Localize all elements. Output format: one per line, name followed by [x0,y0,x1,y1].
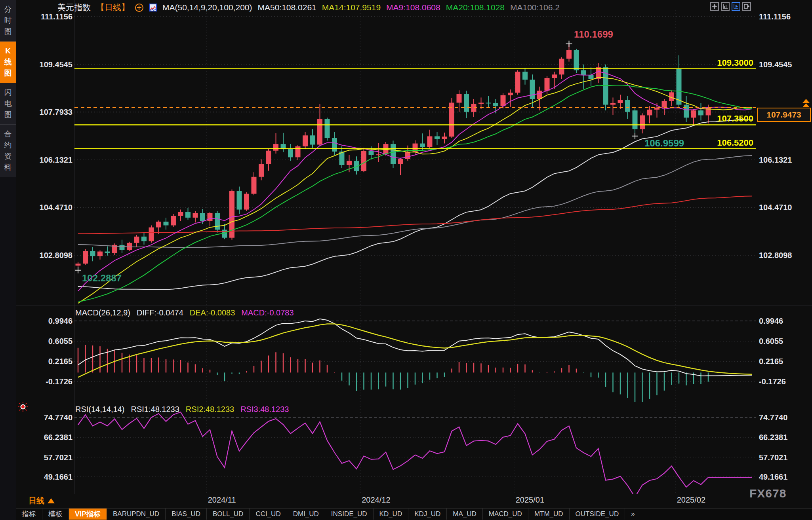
watermark: FX678 [749,487,786,500]
tab-macd-ud[interactable]: MACD_UD [483,509,528,520]
rsi3-value: RSI3:48.1233 [240,405,289,414]
level-line-label: 109.3000 [717,58,753,68]
tab-barupdn-ud[interactable]: BARUPDN_UD [107,509,166,520]
macd-header: MACD(26,12,9) DIFF:-0.0474 DEA:-0.0083 M… [75,308,294,317]
tab-cci-ud[interactable]: CCI_UD [250,509,287,520]
rsi1-value: RSI1:48.1233 [131,405,179,414]
candles-layer [76,44,711,270]
alert-beacon-icon[interactable] [17,401,29,412]
xaxis-label: 2025/01 [516,495,544,505]
price-up-arrow-icon [802,99,810,103]
price-pane [76,44,753,304]
marker-cross-icon [75,267,81,273]
xaxis-label: 2025/02 [677,495,705,505]
chart-app: 分时图 K线图 闪电图 合约资料 美元指数 【日线】 MA(50,14,9,20… [0,0,812,520]
price-up-arrow-icon [802,103,810,107]
tab-boll-ud[interactable]: BOLL_UD [207,509,250,520]
macd-diff-value: DIFF:-0.0474 [137,308,183,317]
xaxis-label: 2024/12 [362,495,390,505]
tab-dmi-ud[interactable]: DMI_UD [287,509,325,520]
level-line-label: 107.3500 [717,114,753,123]
tab-kd-ud[interactable]: KD_UD [374,509,409,520]
level-line-label: 106.5200 [717,138,753,148]
macd-title: MACD(26,12,9) [75,308,130,317]
rsi-pane [78,412,752,494]
low-annotation: 106.9599 [644,138,684,148]
indicator-tabbar: 指标 模板 VIP指标 BARUPDN_UD BIAS_UD BOLL_UD C… [16,508,812,520]
tab-more[interactable]: » [625,509,641,520]
tab-kdj-ud[interactable]: KDJ_UD [408,509,447,520]
xaxis-row: 2024/112024/122025/012025/02 [16,494,812,509]
high-annotation: 110.1699 [574,29,613,40]
rsi-header: RSI(14,14,14) RSI1:48.1233 RSI2:48.1233 … [75,405,289,414]
tab-outside-ud[interactable]: OUTSIDE_UD [570,509,625,520]
macd-macd-value: MACD:-0.0783 [241,308,294,317]
last-price-tag: 107.9473 [757,108,811,122]
xaxis-label: 2024/11 [208,495,236,505]
low-annotation: 102.2887 [82,273,122,283]
tab-mtm-ud[interactable]: MTM_UD [528,509,570,520]
rsi-title: RSI(14,14,14) [75,405,125,414]
tab-bias-ud[interactable]: BIAS_UD [166,509,207,520]
tab-indicators[interactable]: 指标 [16,509,42,520]
tab-templates[interactable]: 模板 [42,509,69,520]
marker-cross-icon [566,41,572,47]
marker-cross-icon [632,133,638,139]
tab-ma-ud[interactable]: MA_UD [447,509,483,520]
macd-dea-value: DEA:-0.0083 [190,308,235,317]
rsi2-value: RSI2:48.1233 [186,405,234,414]
chart-canvas[interactable]: 109.3000107.3500106.5200110.1699106.9599… [0,0,812,494]
tab-vip-indicators[interactable]: VIP指标 [69,509,107,520]
macd-pane [78,319,752,403]
tab-inside-ud[interactable]: INSIDE_UD [325,509,374,520]
